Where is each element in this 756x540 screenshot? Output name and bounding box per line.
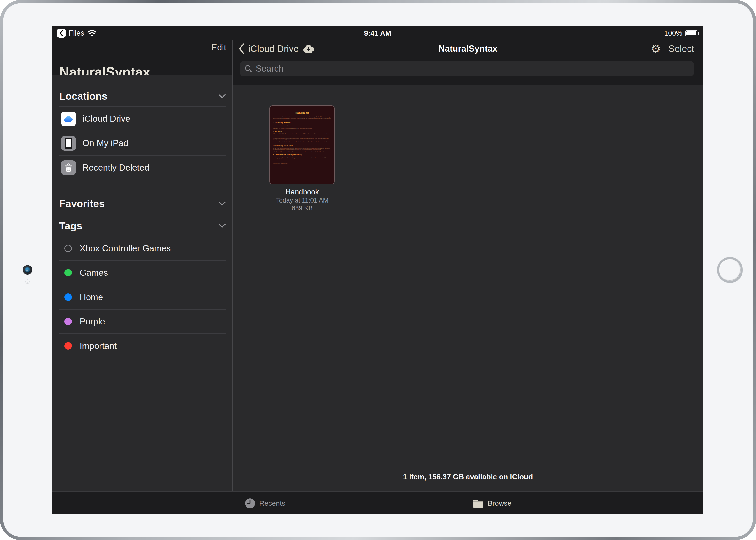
file-modified-date: Today at 11:01 AM bbox=[257, 197, 347, 204]
sidebar-tag-home[interactable]: Home bbox=[59, 285, 226, 310]
sidebar-tag-games[interactable]: Games bbox=[59, 261, 226, 285]
preview-paragraph: Note: some of the customization options … bbox=[273, 141, 331, 144]
section-header-locations[interactable]: Locations bbox=[59, 88, 226, 104]
tab-recents[interactable]: Recents bbox=[245, 492, 285, 514]
tag-circle-icon bbox=[65, 294, 72, 301]
tag-label: Xbox Controller Games bbox=[80, 243, 171, 253]
sidebar-item-on-my-ipad[interactable]: On My iPad bbox=[59, 131, 226, 156]
file-thumbnail[interactable]: Handbook Welcome to Natural Syntax, with… bbox=[270, 105, 335, 184]
grid-icon: ▦ bbox=[273, 154, 274, 155]
nav-title: NaturalSyntax bbox=[233, 40, 703, 57]
tag-circle-icon bbox=[65, 318, 72, 325]
locations-list: iCloud Drive On My iPad bbox=[59, 106, 226, 180]
tag-circle-icon bbox=[65, 342, 72, 349]
tags-header-label: Tags bbox=[59, 220, 82, 232]
preview-paragraph: At the top right of both the file browse… bbox=[273, 133, 331, 137]
preview-paragraph: You can import your own ePub files into … bbox=[273, 148, 331, 150]
storage-status-text: 1 item, 156.37 GB available on iCloud bbox=[233, 473, 703, 481]
sidebar-tag-purple[interactable]: Purple bbox=[59, 310, 226, 334]
file-browser-panel: Handbook Welcome to Natural Syntax, with… bbox=[233, 85, 703, 491]
file-caption: Handbook Today at 11:01 AM 689 KB bbox=[257, 188, 347, 212]
search-input[interactable] bbox=[256, 64, 690, 74]
section-header-tags[interactable]: Tags bbox=[59, 218, 226, 233]
content-area: iCloud Drive NaturalSyntax ⚙ Select bbox=[233, 40, 703, 491]
battery-icon bbox=[685, 30, 697, 37]
navigation-bar: iCloud Drive NaturalSyntax ⚙ Select bbox=[233, 40, 703, 57]
home-button[interactable] bbox=[717, 257, 743, 283]
favorites-header-label: Favorites bbox=[59, 198, 104, 209]
sidebar-tag-xbox-controller-games[interactable]: Xbox Controller Games bbox=[59, 236, 226, 261]
sidebar-tag-important[interactable]: Important bbox=[59, 334, 226, 358]
cloud-icon: ☁ bbox=[273, 122, 274, 123]
gear-icon: ⚙ bbox=[273, 130, 274, 132]
file-name: Handbook bbox=[257, 188, 347, 197]
camera-lens-icon bbox=[25, 267, 30, 273]
tags-list: Xbox Controller Games Games Home Purple … bbox=[59, 236, 226, 358]
folder-icon bbox=[472, 498, 484, 508]
preview-heading: ↓Importing ePub Files bbox=[273, 145, 331, 147]
tag-label: Games bbox=[80, 268, 108, 278]
preview-heading: ⚙Settings bbox=[273, 130, 331, 132]
preview-paragraph: While you're reading your book, you can … bbox=[273, 156, 331, 159]
tag-circle-icon bbox=[65, 269, 72, 276]
ambient-light-sensor bbox=[25, 279, 30, 284]
status-time: 9:41 AM bbox=[364, 26, 391, 40]
back-chevron-icon bbox=[59, 30, 64, 36]
sidebar-divider bbox=[232, 40, 233, 491]
tab-browse[interactable]: Browse bbox=[472, 492, 511, 514]
locations-header-label: Locations bbox=[59, 90, 107, 102]
camera-glint bbox=[26, 270, 28, 272]
ipad-icon bbox=[61, 136, 76, 151]
file-item-handbook[interactable]: Handbook Welcome to Natural Syntax, with… bbox=[270, 105, 335, 212]
chevron-down-icon[interactable] bbox=[218, 201, 226, 205]
section-header-favorites[interactable]: Favorites bbox=[59, 196, 226, 211]
icloud-drive-icon bbox=[61, 111, 76, 126]
tag-circle-icon bbox=[65, 245, 72, 252]
select-button[interactable]: Select bbox=[668, 44, 694, 54]
search-bar[interactable] bbox=[240, 61, 694, 76]
back-to-app-label[interactable]: Files bbox=[69, 29, 84, 38]
sidebar: Locations bbox=[52, 75, 232, 491]
status-bar: Files 9:41 AM 100% bbox=[52, 26, 703, 40]
gear-icon[interactable]: ⚙ bbox=[651, 43, 661, 55]
sidebar-item-icloud-drive[interactable]: iCloud Drive bbox=[59, 107, 226, 131]
sidebar-item-label: Recently Deleted bbox=[83, 163, 149, 173]
preview-paragraph: At the top left of the file browser, you… bbox=[273, 124, 331, 127]
ipad-device-frame: Files 9:41 AM 100% Edit NaturalSyntax bbox=[0, 0, 756, 540]
front-camera bbox=[23, 265, 32, 275]
chevron-down-icon[interactable] bbox=[218, 223, 226, 228]
sidebar-edit-button[interactable]: Edit bbox=[52, 43, 226, 53]
sidebar-item-label: iCloud Drive bbox=[83, 114, 130, 124]
battery-percent: 100% bbox=[664, 29, 682, 37]
search-icon bbox=[244, 65, 253, 73]
preview-paragraph: Welcome to Natural Syntax, within it you… bbox=[273, 115, 331, 120]
preview-title: Handbook bbox=[273, 112, 331, 114]
clock-icon bbox=[245, 498, 256, 509]
tab-browse-label: Browse bbox=[488, 499, 511, 507]
file-size: 689 KB bbox=[257, 204, 347, 212]
tag-label: Home bbox=[80, 292, 103, 302]
preview-heading: ▦Lexical Color and Style Overlay bbox=[273, 154, 331, 156]
tab-bar: Recents Browse bbox=[52, 491, 703, 514]
tag-label: Important bbox=[80, 341, 116, 351]
import-icon: ↓ bbox=[273, 145, 274, 147]
preview-heading: ☁Discovery Service bbox=[273, 122, 331, 124]
tab-recents-label: Recents bbox=[259, 499, 285, 507]
screen: Files 9:41 AM 100% Edit NaturalSyntax bbox=[52, 26, 703, 514]
trash-icon bbox=[61, 160, 76, 175]
sidebar-item-label: On My iPad bbox=[83, 138, 128, 148]
chevron-down-icon[interactable] bbox=[218, 94, 226, 98]
tag-label: Purple bbox=[80, 317, 105, 327]
preview-paragraph: Please Note: The Discovery Service is on… bbox=[273, 128, 331, 129]
sidebar-item-recently-deleted[interactable]: Recently Deleted bbox=[59, 156, 226, 180]
preview-footer: Thanks for using Natural Syntax! bbox=[273, 163, 331, 164]
back-to-app-button[interactable] bbox=[57, 29, 66, 38]
preview-paragraph: Pro tip: a number of people like to setu… bbox=[273, 138, 331, 140]
preview-paragraph: Pro tip: If you only have your ePub file… bbox=[273, 151, 331, 152]
wifi-icon bbox=[87, 29, 97, 37]
